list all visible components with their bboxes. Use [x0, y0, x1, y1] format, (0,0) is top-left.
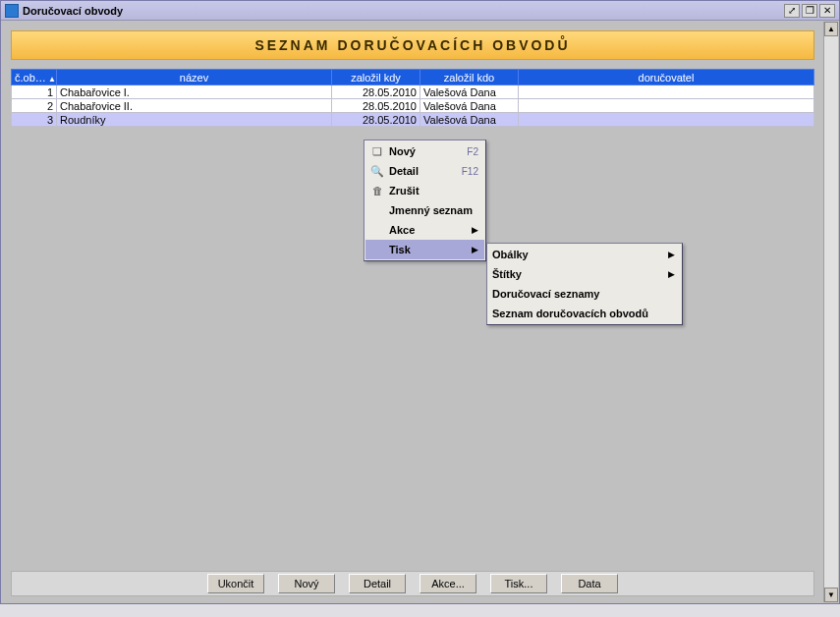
titlebar-buttons: ⤢ ❐ ✕	[784, 4, 835, 18]
cell-name: Roudníky	[57, 113, 332, 127]
cell-date: 28.05.2010	[332, 99, 420, 113]
table-wrap: č.ob… název založil kdy založil kdo doru…	[11, 69, 814, 127]
cell-date: 28.05.2010	[332, 113, 420, 127]
ctx-item-akce[interactable]: Akce ▶	[365, 220, 484, 240]
context-menu: ❏ Nový F2 🔍 Detail F12 🗑 Zrušit Jmenný s…	[364, 140, 486, 261]
cell-num: 1	[12, 85, 57, 99]
table-row[interactable]: 2 Chabařovice II. 28.05.2010 Valešová Da…	[12, 99, 814, 113]
close-icon[interactable]: ✕	[819, 4, 835, 18]
data-button[interactable]: Data	[561, 574, 618, 593]
titlebar: Doručovací obvody ⤢ ❐ ✕	[1, 1, 839, 21]
sub-item-stitky[interactable]: Štítky ▶	[488, 264, 681, 284]
sub-item-seznam-obvodu[interactable]: Seznam doručovacích obvodů	[488, 304, 681, 323]
window-title: Doručovací obvody	[23, 5, 784, 17]
scroll-down-icon[interactable]: ▼	[824, 588, 838, 602]
delete-icon: 🗑	[369, 183, 385, 198]
cell-name: Chabařovice I.	[57, 85, 332, 99]
chevron-right-icon: ▶	[668, 250, 675, 259]
ctx-item-name-list[interactable]: Jmenný seznam	[365, 200, 484, 220]
cell-who: Valešová Dana	[420, 85, 519, 99]
cell-num: 3	[12, 113, 57, 127]
chevron-right-icon: ▶	[472, 245, 478, 254]
new-icon: ❏	[369, 143, 385, 159]
cell-deliv	[519, 113, 814, 127]
ctx-item-tisk[interactable]: Tisk ▶	[365, 240, 484, 259]
akce-button[interactable]: Akce...	[420, 574, 476, 593]
col-header-deliverer[interactable]: doručovatel	[519, 70, 814, 85]
cell-name: Chabařovice II.	[57, 99, 332, 113]
ctx-item-detail[interactable]: 🔍 Detail F12	[365, 161, 484, 181]
col-header-created-who[interactable]: založil kdo	[420, 70, 519, 85]
app-window: Doručovací obvody ⤢ ❐ ✕ SEZNAM DORUČOVAC…	[0, 0, 840, 604]
col-header-created-when[interactable]: založil kdy	[332, 70, 420, 85]
ctx-shortcut: F2	[467, 146, 478, 157]
new-button[interactable]: Nový	[278, 574, 335, 593]
chevron-right-icon: ▶	[668, 269, 675, 279]
vertical-scrollbar[interactable]: ▲ ▼	[823, 22, 838, 602]
cell-who: Valešová Dana	[420, 113, 519, 127]
ctx-label: Tisk	[389, 244, 460, 255]
ctx-label: Doručovací seznamy	[492, 288, 675, 300]
button-bar: Ukončit Nový Detail Akce... Tisk... Data	[11, 571, 814, 596]
ctx-shortcut: F12	[462, 166, 478, 177]
table-row[interactable]: 1 Chabařovice I. 28.05.2010 Valešová Dan…	[12, 85, 814, 99]
blank-icon	[369, 222, 385, 238]
blank-icon	[369, 242, 385, 257]
app-icon	[5, 4, 19, 18]
ctx-label: Obálky	[492, 249, 656, 260]
sub-item-obalky[interactable]: Obálky ▶	[488, 245, 681, 264]
table-row[interactable]: 3 Roudníky 28.05.2010 Valešová Dana	[12, 113, 814, 127]
ctx-item-delete[interactable]: 🗑 Zrušit	[365, 181, 484, 200]
chevron-right-icon: ▶	[472, 225, 478, 235]
cell-num: 2	[12, 99, 57, 113]
page-title-banner: SEZNAM DORUČOVACÍCH OBVODŮ	[11, 30, 814, 60]
ctx-label: Jmenný seznam	[389, 204, 478, 216]
submenu-tisk: Obálky ▶ Štítky ▶ Doručovací seznamy Sez…	[486, 243, 683, 325]
ctx-label: Akce	[389, 224, 460, 236]
ctx-label: Detail	[389, 165, 442, 177]
minimize-restore-icon[interactable]: ⤢	[784, 4, 800, 18]
ctx-label: Nový	[389, 145, 447, 157]
close-button[interactable]: Ukončit	[207, 574, 264, 593]
ctx-label: Zrušit	[389, 185, 478, 196]
blank-icon	[369, 202, 385, 218]
detail-button[interactable]: Detail	[349, 574, 406, 593]
cell-deliv	[519, 99, 814, 113]
sub-item-doruc-seznamy[interactable]: Doručovací seznamy	[488, 284, 681, 304]
ctx-label: Seznam doručovacích obvodů	[492, 308, 675, 319]
ctx-label: Štítky	[492, 268, 656, 280]
cell-deliv	[519, 85, 814, 99]
ctx-item-new[interactable]: ❏ Nový F2	[365, 141, 484, 161]
tisk-button[interactable]: Tisk...	[490, 574, 547, 593]
header-row: č.ob… název založil kdy založil kdo doru…	[12, 70, 814, 85]
col-header-num[interactable]: č.ob…	[12, 70, 57, 85]
maximize-icon[interactable]: ❐	[802, 4, 817, 18]
scroll-up-icon[interactable]: ▲	[824, 22, 838, 36]
col-header-name[interactable]: název	[57, 70, 332, 85]
grid-table: č.ob… název založil kdy založil kdo doru…	[11, 69, 814, 127]
cell-date: 28.05.2010	[332, 85, 420, 99]
detail-icon: 🔍	[369, 163, 385, 179]
cell-who: Valešová Dana	[420, 99, 519, 113]
content-area: SEZNAM DORUČOVACÍCH OBVODŮ č.ob… název z…	[2, 22, 823, 602]
